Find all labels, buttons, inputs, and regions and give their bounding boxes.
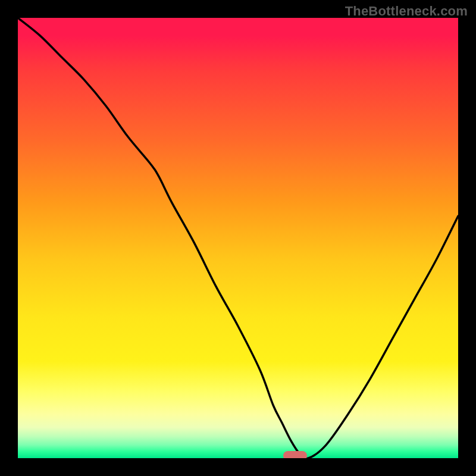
chart-frame: TheBottleneck.com [0,0,476,476]
watermark-text: TheBottleneck.com [345,4,468,19]
optimal-point-marker [283,451,307,458]
bottleneck-curve [18,18,458,458]
plot-area [18,18,458,458]
